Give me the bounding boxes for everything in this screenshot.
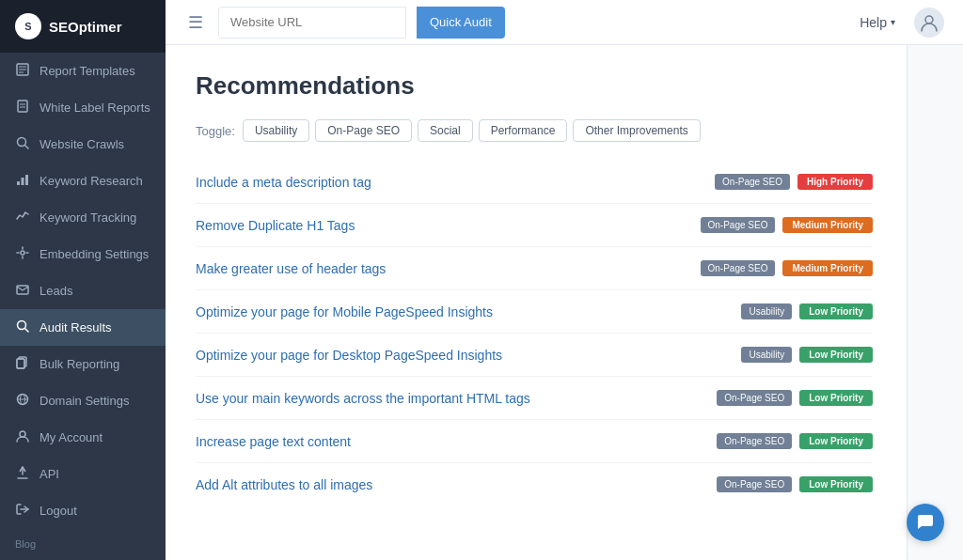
logo-icon: S bbox=[15, 13, 41, 39]
sidebar-item-domain-settings[interactable]: Domain Settings bbox=[0, 382, 166, 419]
filter-usability[interactable]: Usability bbox=[243, 119, 309, 142]
rec-title[interactable]: Increase page text content bbox=[196, 434, 717, 449]
sidebar-item-keyword-tracking[interactable]: Keyword Tracking bbox=[0, 199, 166, 236]
sidebar-item-leads[interactable]: Leads bbox=[0, 272, 166, 309]
rec-priority-badge: Low Priority bbox=[799, 390, 873, 406]
rec-category-badge: On-Page SEO bbox=[717, 390, 792, 406]
svg-point-22 bbox=[20, 431, 25, 437]
help-label: Help bbox=[860, 15, 887, 30]
recommendation-item: Optimize your page for Desktop PageSpeed… bbox=[196, 334, 873, 377]
sidebar-label-white-label-reports: White Label Reports bbox=[39, 101, 150, 115]
sidebar-item-keyword-research[interactable]: Keyword Research bbox=[0, 163, 166, 199]
sidebar-item-audit-results[interactable]: Audit Results bbox=[0, 309, 166, 346]
svg-rect-4 bbox=[18, 101, 27, 112]
rec-priority-badge: Low Priority bbox=[799, 433, 873, 449]
sidebar-label-embedding-settings: Embedding Settings bbox=[39, 247, 149, 261]
content-area: Recommendations Toggle: Usability On-Pag… bbox=[166, 45, 907, 560]
rec-title[interactable]: Add Alt attributes to all images bbox=[196, 477, 717, 492]
rec-badges: On-Page SEO Medium Priority bbox=[701, 260, 874, 276]
my-account-icon bbox=[15, 429, 30, 445]
chat-bubble[interactable] bbox=[907, 504, 944, 541]
report-templates-icon bbox=[15, 63, 30, 79]
rec-category-badge: Usability bbox=[741, 347, 792, 363]
sidebar-item-logout[interactable]: Logout bbox=[0, 492, 166, 529]
rec-priority-badge: Low Priority bbox=[799, 476, 873, 492]
url-input[interactable] bbox=[218, 7, 406, 39]
sidebar-label-api: API bbox=[39, 467, 59, 481]
sidebar-label-bulk-reporting: Bulk Reporting bbox=[39, 357, 119, 371]
rec-title[interactable]: Optimize your page for Mobile PageSpeed … bbox=[196, 304, 741, 319]
help-dropdown[interactable]: Help ▾ bbox=[860, 15, 895, 30]
sidebar-item-bulk-reporting[interactable]: Bulk Reporting bbox=[0, 346, 166, 382]
logout-icon bbox=[15, 503, 30, 519]
rec-title[interactable]: Include a meta description tag bbox=[196, 175, 715, 190]
keyword-research-icon bbox=[15, 173, 30, 189]
recommendation-item: Increase page text content On-Page SEO L… bbox=[196, 420, 873, 463]
rec-badges: On-Page SEO Low Priority bbox=[717, 433, 873, 449]
topbar: ☰ Quick Audit Help ▾ bbox=[166, 0, 963, 45]
filter-other-improvements[interactable]: Other Improvements bbox=[573, 119, 700, 142]
sidebar-item-api[interactable]: API bbox=[0, 456, 166, 492]
rec-title[interactable]: Optimize your page for Desktop PageSpeed… bbox=[196, 348, 741, 363]
right-panel bbox=[907, 45, 963, 560]
rec-badges: On-Page SEO Low Priority bbox=[717, 390, 873, 406]
audit-results-icon bbox=[15, 319, 30, 335]
rec-category-badge: On-Page SEO bbox=[701, 260, 776, 276]
recommendation-item: Include a meta description tag On-Page S… bbox=[196, 161, 873, 204]
rec-category-badge: Usability bbox=[741, 303, 792, 319]
rec-title[interactable]: Use your main keywords across the import… bbox=[196, 391, 717, 406]
sidebar-label-my-account: My Account bbox=[39, 430, 103, 444]
sidebar-label-domain-settings: Domain Settings bbox=[39, 394, 129, 408]
filter-performance[interactable]: Performance bbox=[479, 119, 568, 142]
sidebar-item-my-account[interactable]: My Account bbox=[0, 419, 166, 456]
leads-icon bbox=[15, 283, 30, 299]
recommendation-item: Add Alt attributes to all images On-Page… bbox=[196, 463, 873, 506]
rec-priority-badge: Medium Priority bbox=[782, 217, 873, 233]
sidebar-label-keyword-tracking: Keyword Tracking bbox=[39, 210, 136, 225]
filter-toggle-row: Toggle: Usability On-Page SEO Social Per… bbox=[196, 119, 873, 142]
white-label-reports-icon bbox=[15, 100, 30, 116]
sidebar-label-report-templates: Report Templates bbox=[39, 64, 135, 78]
sidebar-item-white-label-reports[interactable]: White Label Reports bbox=[0, 89, 166, 126]
rec-priority-badge: Low Priority bbox=[799, 303, 873, 319]
svg-rect-9 bbox=[17, 181, 20, 185]
recommendation-item: Optimize your page for Mobile PageSpeed … bbox=[196, 290, 873, 334]
rec-badges: On-Page SEO High Priority bbox=[715, 174, 873, 190]
svg-line-8 bbox=[25, 146, 29, 149]
page-title: Recommendations bbox=[196, 71, 873, 101]
rec-category-badge: On-Page SEO bbox=[701, 217, 776, 233]
svg-point-12 bbox=[21, 251, 24, 255]
sidebar-item-pages[interactable]: Pages bbox=[0, 553, 166, 560]
sidebar-label-keyword-research: Keyword Research bbox=[39, 174, 143, 188]
svg-line-15 bbox=[25, 329, 29, 333]
rec-category-badge: On-Page SEO bbox=[715, 174, 790, 190]
recommendation-item: Make greater use of header tags On-Page … bbox=[196, 247, 873, 290]
svg-point-28 bbox=[925, 16, 933, 23]
rec-title[interactable]: Remove Duplicate H1 Tags bbox=[196, 218, 701, 233]
api-icon bbox=[15, 466, 30, 482]
rec-badges: Usability Low Priority bbox=[741, 347, 873, 363]
quick-audit-button[interactable]: Quick Audit bbox=[417, 7, 505, 39]
sidebar-item-embedding-settings[interactable]: Embedding Settings bbox=[0, 236, 166, 272]
rec-priority-badge: High Priority bbox=[797, 174, 873, 190]
sidebar-item-website-crawls[interactable]: Website Crawls bbox=[0, 126, 166, 163]
bulk-reporting-icon bbox=[15, 356, 30, 372]
recommendation-item: Use your main keywords across the import… bbox=[196, 377, 873, 420]
rec-badges: On-Page SEO Medium Priority bbox=[701, 217, 874, 233]
rec-title[interactable]: Make greater use of header tags bbox=[196, 261, 701, 276]
svg-rect-17 bbox=[17, 359, 24, 368]
sidebar-logo[interactable]: S SEOptimer bbox=[0, 0, 166, 53]
recommendations-list: Include a meta description tag On-Page S… bbox=[196, 161, 873, 506]
hamburger-icon[interactable]: ☰ bbox=[184, 8, 207, 37]
recommendation-item: Remove Duplicate H1 Tags On-Page SEO Med… bbox=[196, 204, 873, 247]
user-avatar[interactable] bbox=[914, 8, 944, 38]
website-crawls-icon bbox=[15, 136, 30, 152]
filter-social[interactable]: Social bbox=[418, 119, 473, 142]
filter-on-page-seo[interactable]: On-Page SEO bbox=[315, 119, 412, 142]
sidebar-item-report-templates[interactable]: Report Templates bbox=[0, 53, 166, 89]
rec-badges: On-Page SEO Low Priority bbox=[717, 476, 873, 492]
rec-priority-badge: Low Priority bbox=[799, 347, 873, 363]
sidebar-label-website-crawls: Website Crawls bbox=[39, 137, 124, 151]
sidebar-label-logout: Logout bbox=[39, 504, 77, 518]
keyword-tracking-icon bbox=[15, 210, 30, 226]
